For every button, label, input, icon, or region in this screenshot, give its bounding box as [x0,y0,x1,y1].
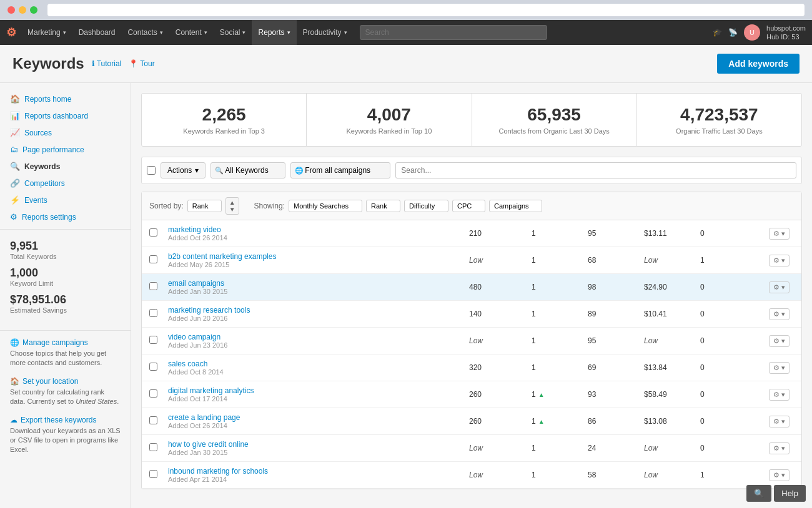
cpc-col-select[interactable]: CPC [452,200,485,212]
keyword-link[interactable]: email campaigns [168,279,469,288]
browser-dot-red[interactable] [7,6,15,14]
keyword-link[interactable]: sales coach [168,359,469,368]
row-checkbox[interactable] [149,309,157,317]
row-checkbox[interactable] [149,443,157,451]
row-gear-button[interactable]: ⚙ ▾ [769,335,790,347]
row-checkbox[interactable] [149,416,157,424]
cpc-cell: $13.11 [644,229,700,238]
set-location-desc: Set country for calculating rank data. C… [10,388,121,407]
nav-logo: ⚙ [6,26,16,39]
nav-avatar[interactable]: U [744,24,760,41]
monthly-value: Low [469,256,483,265]
nav-broadcast-icon[interactable]: 📡 [728,28,738,37]
row-checkbox[interactable] [149,255,157,263]
row-gear-button[interactable]: ⚙ ▾ [769,308,790,320]
monthly-value: Low [469,444,483,452]
keyword-cell: how to give credit online Added Jan 30 2… [168,440,469,456]
sidebar-item-competitors[interactable]: 🔗 Competitors [0,175,131,192]
select-all-checkbox[interactable] [147,166,156,175]
sidebar-item-sources[interactable]: 📈 Sources [0,124,131,141]
sidebar-item-reports-settings[interactable]: ⚙ Reports settings [0,208,131,225]
keyword-date: Added Apr 21 2014 [168,476,469,483]
campaigns-value: 0 [700,363,705,372]
nav-item-marketing[interactable]: Marketing ▾ [21,20,72,45]
nav-item-social[interactable]: Social ▾ [214,20,252,45]
row-gear-button[interactable]: ⚙ ▾ [769,362,790,374]
difficulty-cell: 93 [588,390,644,399]
nav-item-contacts[interactable]: Contacts ▾ [121,20,169,45]
keyword-link[interactable]: digital marketing analytics [168,386,469,395]
keyword-link[interactable]: how to give credit online [168,440,469,449]
row-checkbox[interactable] [149,228,157,237]
row-gear-button[interactable]: ⚙ ▾ [769,469,790,481]
nav-hubspot-info: hubspot.com Hub ID: 53 [766,24,806,42]
help-bottom-button[interactable]: Help [774,485,806,502]
sidebar-item-reports-home[interactable]: 🏠 Reports home [0,90,131,107]
keyword-link[interactable]: video campaign [168,333,469,341]
keyword-date: Added Oct 8 2014 [168,368,469,376]
nav-notification-icon[interactable]: 🎓 [713,28,722,37]
row-checkbox[interactable] [149,282,157,290]
set-location-link[interactable]: 🏠 Set your location [10,377,121,386]
nav-item-productivity[interactable]: Productivity ▾ [297,20,354,45]
sidebar-item-events[interactable]: ⚡ Events [0,192,131,208]
filter2-select[interactable]: From all campaigns [290,162,390,178]
cpc-value: $24.90 [644,283,667,291]
keyword-link[interactable]: inbound marketing for schools [168,467,469,476]
sort-select[interactable]: Rank [187,200,222,212]
set-location-action: 🏠 Set your location Set country for calc… [10,377,121,407]
browser-dot-green[interactable] [30,6,37,14]
row-checkbox[interactable] [149,336,157,344]
monthly-cell: Low [469,336,532,345]
row-gear-button[interactable]: ⚙ ▾ [769,281,790,293]
gear-cell: ⚙ ▾ [769,255,794,266]
add-keywords-button[interactable]: Add keywords [717,54,800,74]
nav-item-content[interactable]: Content ▾ [169,20,214,45]
difficulty-value: 95 [588,229,596,238]
actions-button[interactable]: Actions ▾ [161,162,205,178]
cpc-value: Low [644,444,658,452]
browser-url-bar[interactable] [47,4,805,16]
row-gear-button[interactable]: ⚙ ▾ [769,416,790,427]
keyword-link[interactable]: b2b content marketing examples [168,252,469,261]
rank-cell: 1 [532,444,588,452]
nav-item-dashboard[interactable]: Dashboard [72,20,122,45]
sort-arrows[interactable]: ▲ ▼ [225,197,239,215]
nav-item-reports[interactable]: Reports ▾ [252,20,296,45]
showing-select[interactable]: Monthly Searches [289,200,362,212]
browser-dot-yellow[interactable] [19,6,26,14]
export-keywords-link[interactable]: ☁ Export these keywords [10,416,121,424]
row-checkbox[interactable] [149,470,157,478]
sidebar-item-keywords[interactable]: 🔍 Keywords [0,158,131,175]
tutorial-link[interactable]: ℹ Tutorial [92,59,122,68]
rank-col-select[interactable]: Rank [366,200,400,212]
campaigns-col-select[interactable]: Campaigns [489,200,542,212]
keyword-link[interactable]: marketing research tools [168,306,469,315]
location-icon: 📍 [129,59,138,68]
keyword-link[interactable]: create a landing page [168,413,469,422]
row-gear-button[interactable]: ⚙ ▾ [769,389,790,401]
difficulty-value: 93 [588,390,596,399]
nav-search-input[interactable] [360,25,547,40]
cpc-cell: $13.08 [644,417,700,426]
keyword-search-input[interactable] [395,162,796,178]
row-checkbox[interactable] [149,363,157,371]
search-bottom-button[interactable]: 🔍 [746,485,771,502]
row-gear-button[interactable]: ⚙ ▾ [769,442,790,454]
row-checkbox-cell [149,389,168,399]
manage-campaigns-link[interactable]: 🌐 Manage campaigns [10,338,121,347]
tour-link[interactable]: 📍 Tour [129,59,154,68]
sidebar-item-reports-dashboard[interactable]: 📊 Reports dashboard [0,107,131,124]
difficulty-col-select[interactable]: Difficulty [404,200,448,212]
stat-card-top3: 2,265 Keywords Ranked in Top 3 [142,94,307,146]
row-checkbox[interactable] [149,389,157,398]
keyword-link[interactable]: marketing video [168,225,469,234]
table-row: inbound marketing for schools Added Apr … [142,462,801,489]
difficulty-value: 86 [588,417,596,426]
cpc-value: Low [644,256,658,265]
row-gear-button[interactable]: ⚙ ▾ [769,228,790,240]
row-gear-button[interactable]: ⚙ ▾ [769,255,790,266]
cpc-value: Low [644,471,658,479]
sidebar-item-page-performance[interactable]: 🗂 Page performance [0,141,131,158]
campaigns-cell: 0 [700,417,769,426]
